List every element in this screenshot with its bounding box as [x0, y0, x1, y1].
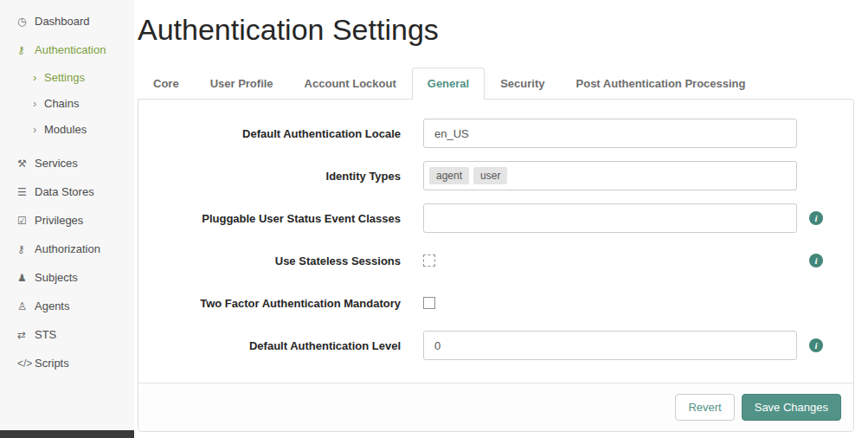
tab-security[interactable]: Security: [485, 68, 560, 100]
field-row: Default Authentication Level i: [138, 331, 853, 360]
settings-form: Default Authentication Locale Identity T…: [138, 100, 853, 383]
database-icon: ☰: [17, 186, 35, 198]
sidebar-item-authorization[interactable]: ⚷ Authorization: [0, 235, 134, 263]
chevron-right-icon: ›: [33, 71, 44, 84]
sidebar-item-modules[interactable]: › Modules: [0, 116, 134, 142]
gauge-icon: ◷: [17, 16, 35, 28]
tab-user-profile[interactable]: User Profile: [195, 68, 289, 100]
sidebar-item-label: Scripts: [35, 357, 69, 370]
key-icon: ⚷: [17, 243, 35, 255]
field-label: Default Authentication Locale: [138, 127, 401, 140]
key-icon: ⚷: [17, 44, 35, 56]
users-icon: ♟: [17, 272, 35, 284]
default-authentication-level-input[interactable]: [423, 331, 797, 360]
sidebar-item-settings[interactable]: › Settings: [0, 64, 134, 90]
sidebar-item-chains[interactable]: › Chains: [0, 90, 134, 116]
sidebar-item-agents[interactable]: ♙ Agents: [0, 292, 134, 320]
sidebar-item-label: Chains: [44, 97, 79, 110]
use-stateless-sessions-checkbox[interactable]: [423, 254, 435, 267]
tab-general[interactable]: General: [412, 68, 485, 100]
identity-type-tag[interactable]: agent: [429, 167, 469, 184]
field-row: Two Factor Authentication Mandatory: [138, 288, 853, 318]
info-icon[interactable]: i: [809, 211, 823, 225]
sidebar-item-label: STS: [35, 328, 56, 341]
tab-account-lockout[interactable]: Account Lockout: [289, 68, 412, 100]
tab-bar: Core User Profile Account Lockout Genera…: [138, 68, 854, 99]
default-authentication-locale-input[interactable]: [423, 119, 797, 148]
sidebar-item-label: Authentication: [35, 43, 106, 56]
sidebar-footer-bar: [0, 430, 134, 438]
page-title: Authentication Settings: [138, 10, 854, 48]
chevron-right-icon: ›: [33, 97, 44, 110]
field-label: Use Stateless Sessions: [138, 254, 401, 267]
user-icon: ♙: [17, 300, 35, 312]
sidebar-item-scripts[interactable]: </> Scripts: [0, 349, 134, 377]
sidebar-item-label: Data Stores: [35, 185, 94, 198]
identity-type-tag[interactable]: user: [473, 167, 507, 184]
code-icon: </>: [17, 357, 35, 370]
sidebar-item-label: Settings: [44, 71, 85, 84]
wrench-icon: ⚒: [17, 158, 35, 170]
sidebar-item-privileges[interactable]: ☑ Privileges: [0, 206, 134, 235]
field-row: Identity Types agent user: [138, 161, 853, 190]
chevron-right-icon: ›: [33, 123, 44, 136]
sidebar-item-data-stores[interactable]: ☰ Data Stores: [0, 177, 134, 206]
sidebar-item-label: Agents: [35, 300, 69, 312]
sidebar-item-subjects[interactable]: ♟ Subjects: [0, 263, 134, 292]
settings-panel: Default Authentication Locale Identity T…: [138, 99, 854, 432]
sidebar-item-label: Modules: [44, 123, 87, 136]
sidebar-item-dashboard[interactable]: ◷ Dashboard: [0, 7, 134, 35]
sidebar-item-sts[interactable]: ⇄ STS: [0, 320, 134, 349]
save-changes-button[interactable]: Save Changes: [742, 394, 841, 421]
tab-core[interactable]: Core: [138, 68, 195, 100]
main-content: Authentication Settings Core User Profil…: [134, 0, 868, 432]
check-square-icon: ☑: [17, 215, 35, 227]
field-label: Default Authentication Level: [138, 339, 401, 352]
sidebar-item-label: Services: [35, 157, 78, 170]
sidebar-item-label: Dashboard: [35, 15, 90, 28]
sidebar-item-authentication[interactable]: ⚷ Authentication: [0, 35, 134, 64]
field-label: Pluggable User Status Event Classes: [138, 212, 401, 225]
revert-button[interactable]: Revert: [675, 394, 734, 421]
field-row: Use Stateless Sessions i: [138, 246, 853, 275]
tab-post-authentication-processing[interactable]: Post Authentication Processing: [561, 68, 762, 100]
pluggable-user-status-event-classes-input[interactable]: [423, 203, 797, 233]
sidebar-item-label: Privileges: [35, 214, 83, 227]
field-row: Pluggable User Status Event Classes i: [138, 203, 853, 233]
info-icon[interactable]: i: [809, 338, 823, 352]
identity-types-input[interactable]: agent user: [423, 161, 797, 190]
exchange-icon: ⇄: [17, 329, 35, 341]
field-row: Default Authentication Locale: [138, 119, 853, 148]
sidebar-item-label: Subjects: [35, 271, 78, 284]
two-factor-authentication-mandatory-checkbox[interactable]: [423, 297, 435, 309]
form-footer: Revert Save Changes: [138, 383, 853, 431]
field-label: Identity Types: [138, 170, 401, 183]
sidebar-item-label: Authorization: [35, 242, 100, 255]
info-icon[interactable]: i: [809, 254, 823, 267]
sidebar-item-services[interactable]: ⚒ Services: [0, 149, 134, 177]
sidebar: ◷ Dashboard ⚷ Authentication › Settings …: [0, 0, 134, 438]
field-label: Two Factor Authentication Mandatory: [138, 297, 401, 310]
